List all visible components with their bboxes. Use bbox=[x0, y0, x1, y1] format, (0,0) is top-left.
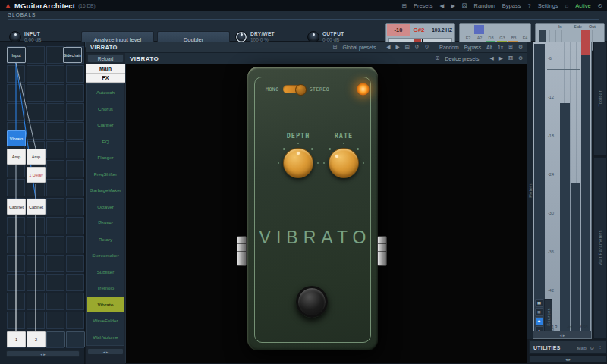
map-button[interactable]: Map bbox=[577, 345, 587, 350]
fx-list: AutowahChorusClarifierEQFlangerFreqShift… bbox=[86, 83, 124, 346]
meter-readout-3: -6.95 bbox=[579, 325, 588, 329]
device-dice-icon[interactable]: ⚄ bbox=[508, 55, 513, 61]
device-next-icon[interactable]: ▶ bbox=[499, 55, 503, 61]
fx-item-garbagemaker[interactable]: GarbageMaker bbox=[87, 182, 124, 199]
device-gear-icon[interactable]: ⚙ bbox=[518, 55, 523, 61]
vibrato-pedal: MONO STEREO DEPTH RATE VIBRATO bbox=[247, 67, 378, 350]
global-presets-button[interactable]: Global presets bbox=[342, 45, 376, 50]
graph-node-amp[interactable]: Amp bbox=[7, 149, 26, 165]
oversampling-button[interactable]: 1x bbox=[498, 45, 503, 50]
prev-preset-icon[interactable]: ◀ bbox=[439, 2, 444, 9]
redo-icon[interactable]: ↻ bbox=[424, 44, 429, 50]
rate-knob[interactable] bbox=[322, 142, 365, 184]
knob-tick-dot bbox=[283, 148, 285, 150]
rate-knob-face[interactable] bbox=[329, 148, 359, 178]
graph-node-input[interactable]: Input bbox=[7, 47, 26, 63]
random-button[interactable]: Random bbox=[473, 2, 495, 9]
help-icon[interactable]: ? bbox=[527, 2, 530, 9]
settings-button[interactable]: Settings bbox=[538, 2, 558, 9]
depth-knob[interactable] bbox=[277, 142, 319, 184]
tuner-frequency: 103.2 HZ bbox=[427, 27, 454, 33]
graph-node-vibrato[interactable]: Vibrato bbox=[7, 130, 26, 146]
utilities-resize-handle[interactable]: ◂ ▸ bbox=[529, 356, 607, 362]
graph-scroll-handle[interactable]: ◂ ▸ bbox=[6, 350, 80, 357]
global-bypass-button[interactable]: Bypass bbox=[464, 45, 481, 50]
fx-item-flanger[interactable]: Flanger bbox=[87, 149, 124, 166]
graph-node-empty[interactable] bbox=[66, 331, 85, 347]
home-icon[interactable]: ⌂ bbox=[565, 2, 569, 9]
tab-main[interactable]: Main bbox=[86, 64, 125, 74]
meter-tick--24: -24 bbox=[548, 172, 554, 177]
graph-node-sidechain[interactable]: Sidechain bbox=[63, 47, 82, 63]
randomize-dice-icon[interactable]: ⚄ bbox=[462, 2, 467, 9]
fx-item-phaser[interactable]: Phaser bbox=[87, 215, 124, 231]
global-gear-icon[interactable]: ⚙ bbox=[518, 44, 523, 50]
utilities-dot-icon[interactable]: ⊙ bbox=[590, 345, 594, 350]
fx-panel-title: VIBRATO bbox=[90, 44, 118, 51]
footswitch-button[interactable] bbox=[296, 286, 328, 318]
reload-button[interactable]: Reload bbox=[87, 54, 124, 63]
fx-item-subfilter[interactable]: Subfilter bbox=[87, 264, 124, 281]
meters-panel-divider[interactable]: Meters bbox=[527, 42, 533, 339]
utilities-menu-icon[interactable]: ⋮ bbox=[598, 345, 602, 350]
device-prev-icon[interactable]: ◀ bbox=[490, 55, 494, 61]
global-dice-icon[interactable]: ⚄ bbox=[405, 44, 410, 50]
undo-icon[interactable]: ↺ bbox=[415, 44, 420, 50]
global-random-button[interactable]: Random bbox=[439, 45, 459, 50]
fx-item-vibrato[interactable]: Vibrato bbox=[87, 297, 124, 313]
fx-item-eq[interactable]: EQ bbox=[87, 133, 124, 150]
globals-bar: GLOBALS INPUT 0.00 dB Analyze input leve… bbox=[0, 11, 607, 42]
graph-node-empty[interactable] bbox=[46, 331, 65, 347]
graph-node-cabinet[interactable]: Cabinet bbox=[7, 199, 26, 215]
fx-item-octaver[interactable]: Octaver bbox=[87, 199, 124, 215]
tuner-readouts: -10 G#2 103.2 HZ bbox=[386, 24, 454, 36]
meter-scrollbar[interactable]: ◂ ▸ bbox=[533, 331, 591, 338]
bypass-button[interactable]: Bypass bbox=[502, 2, 521, 9]
multiparameters-strip[interactable]: MultiParameters bbox=[593, 157, 607, 339]
presets-grid-icon[interactable]: ⊞ bbox=[402, 2, 407, 9]
presets-button[interactable]: Presets bbox=[414, 2, 432, 9]
global-next-icon[interactable]: ▶ bbox=[396, 44, 400, 50]
global-presets-grid-icon[interactable]: ⊞ bbox=[333, 44, 338, 50]
graph-node-amp[interactable]: Amp bbox=[27, 149, 46, 165]
fx-item-wavefolder[interactable]: WaveFolder bbox=[87, 312, 124, 329]
fx-item-tremolo[interactable]: Tremolo bbox=[87, 280, 124, 297]
global-prev-icon[interactable]: ◀ bbox=[386, 44, 390, 50]
string-label-e2: E2 bbox=[463, 36, 473, 40]
meter-tick--12: -12 bbox=[548, 95, 554, 99]
fx-item-stereomaker[interactable]: Stereomaker bbox=[87, 247, 124, 264]
device-presets-button[interactable]: Device presets bbox=[445, 56, 480, 61]
alt-button[interactable]: Alt bbox=[486, 45, 492, 50]
fx-item-chorus[interactable]: Chorus bbox=[87, 101, 124, 118]
fx-item-wahvolume[interactable]: WahVolume bbox=[87, 329, 124, 346]
multiparameters-strip-label: MultiParameters bbox=[598, 230, 602, 266]
rate-label: RATE bbox=[322, 132, 365, 140]
meter-mode-button[interactable]: ▤ bbox=[535, 308, 543, 316]
fx-item-rotary[interactable]: Rotary bbox=[87, 231, 124, 248]
string-label-e4: E4 bbox=[520, 36, 530, 40]
knob-tick-dot bbox=[311, 148, 313, 150]
device-presets-grid-icon[interactable]: ⊞ bbox=[436, 55, 440, 61]
fx-item-autowah[interactable]: Autowah bbox=[87, 84, 124, 101]
string-label-a2: A2 bbox=[474, 36, 485, 40]
fx-item-freqshifter[interactable]: FreqShifter bbox=[87, 166, 124, 183]
meter-blue-button[interactable]: ◆ bbox=[535, 317, 543, 325]
graph-node-2[interactable]: 2 bbox=[27, 331, 46, 347]
global-grid-icon[interactable]: ⊞ bbox=[508, 44, 513, 50]
mono-stereo-toggle[interactable] bbox=[283, 85, 306, 93]
graph-node-1-delay[interactable]: 1 Delay bbox=[27, 167, 46, 183]
toolbar-strip[interactable]: Toolbar bbox=[593, 42, 607, 155]
fx-item-clarifier[interactable]: Clarifier bbox=[87, 117, 124, 133]
meter-pause-button[interactable]: ▮▮ bbox=[535, 299, 543, 307]
active-toggle[interactable]: Active bbox=[575, 2, 590, 9]
graph-node-cabinet[interactable]: Cabinet bbox=[27, 199, 46, 215]
graph-node-1[interactable]: 1 bbox=[7, 331, 26, 347]
tab-fx[interactable]: FX bbox=[86, 74, 125, 83]
fx-scroll-handle[interactable]: ◂ ▸ bbox=[87, 348, 124, 355]
next-preset-icon[interactable]: ▶ bbox=[451, 2, 455, 9]
app-title: MGuitarArchitect bbox=[14, 2, 75, 10]
output-jack bbox=[377, 236, 387, 266]
power-led bbox=[357, 83, 370, 96]
status-dot-icon[interactable]: ⊙ bbox=[598, 2, 602, 9]
mono-stereo-switch-row: MONO STEREO bbox=[266, 85, 329, 93]
